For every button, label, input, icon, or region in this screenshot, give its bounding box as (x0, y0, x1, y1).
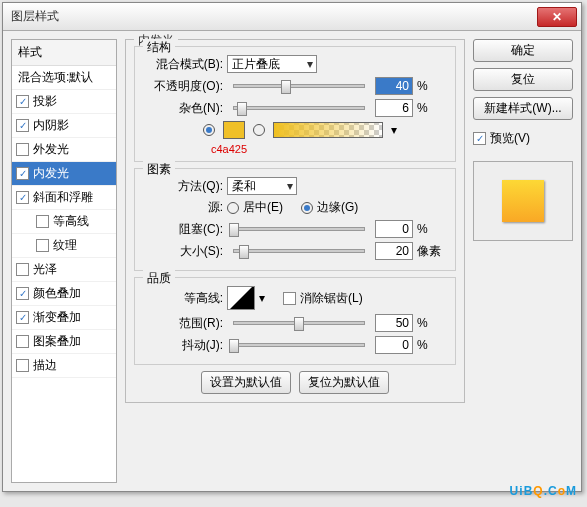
watermark: UiBQ.CoM (510, 475, 577, 501)
sidebar-checkbox[interactable] (16, 119, 29, 132)
preview-checkbox[interactable] (473, 132, 486, 145)
sidebar-item-3[interactable]: 内发光 (12, 162, 116, 186)
sidebar-blend-options[interactable]: 混合选项:默认 (12, 66, 116, 90)
sidebar-checkbox[interactable] (16, 359, 29, 372)
sidebar-item-5[interactable]: 等高线 (12, 210, 116, 234)
sidebar-checkbox[interactable] (16, 335, 29, 348)
antialias-checkbox[interactable] (283, 292, 296, 305)
method-label: 方法(Q): (143, 178, 223, 195)
range-label: 范围(R): (143, 315, 223, 332)
preview-label: 预览(V) (490, 130, 530, 147)
color-radio[interactable] (203, 124, 215, 136)
range-slider[interactable] (233, 321, 365, 325)
sidebar-item-label: 颜色叠加 (33, 285, 81, 302)
color-annotation: c4a425 (211, 143, 447, 155)
choke-input[interactable]: 0 (375, 220, 413, 238)
method-select[interactable]: 柔和 (227, 177, 297, 195)
size-input[interactable]: 20 (375, 242, 413, 260)
sidebar-checkbox[interactable] (16, 167, 29, 180)
layer-style-dialog: 图层样式 ✕ 样式 混合选项:默认 投影内阴影外发光内发光斜面和浮雕等高线纹理光… (2, 2, 582, 492)
opacity-input[interactable]: 40 (375, 77, 413, 95)
color-swatch[interactable] (223, 121, 245, 139)
right-column: 确定 复位 新建样式(W)... 预览(V) (473, 39, 573, 483)
inner-glow-panel: 内发光 结构 混合模式(B): 正片叠底 不透明度(O): 40 % (125, 39, 465, 403)
sidebar-item-label: 斜面和浮雕 (33, 189, 93, 206)
size-slider[interactable] (233, 249, 365, 253)
source-center-radio[interactable] (227, 202, 239, 214)
noise-label: 杂色(N): (143, 100, 223, 117)
sidebar-item-10[interactable]: 图案叠加 (12, 330, 116, 354)
blend-mode-select[interactable]: 正片叠底 (227, 55, 317, 73)
jitter-slider[interactable] (233, 343, 365, 347)
noise-slider[interactable] (233, 106, 365, 110)
sidebar-item-label: 描边 (33, 357, 57, 374)
set-default-button[interactable]: 设置为默认值 (201, 371, 291, 394)
sidebar-item-label: 内发光 (33, 165, 69, 182)
source-edge-radio[interactable] (301, 202, 313, 214)
new-style-button[interactable]: 新建样式(W)... (473, 97, 573, 120)
sidebar-checkbox[interactable] (16, 95, 29, 108)
sidebar-checkbox[interactable] (16, 143, 29, 156)
quality-title: 品质 (143, 270, 175, 287)
opacity-slider[interactable] (233, 84, 365, 88)
chevron-down-icon[interactable]: ▾ (391, 123, 397, 137)
sidebar-item-8[interactable]: 颜色叠加 (12, 282, 116, 306)
sidebar-item-label: 渐变叠加 (33, 309, 81, 326)
sidebar-checkbox[interactable] (16, 191, 29, 204)
choke-slider[interactable] (233, 227, 365, 231)
sidebar-checkbox[interactable] (16, 263, 29, 276)
sidebar-header: 样式 (12, 40, 116, 66)
cancel-button[interactable]: 复位 (473, 68, 573, 91)
sidebar-item-label: 投影 (33, 93, 57, 110)
sidebar-item-11[interactable]: 描边 (12, 354, 116, 378)
sidebar-item-1[interactable]: 内阴影 (12, 114, 116, 138)
source-edge-label: 边缘(G) (317, 199, 358, 216)
sidebar-item-label: 光泽 (33, 261, 57, 278)
sidebar-item-label: 内阴影 (33, 117, 69, 134)
sidebar-item-label: 图案叠加 (33, 333, 81, 350)
source-label: 源: (143, 199, 223, 216)
size-label: 大小(S): (143, 243, 223, 260)
sidebar-item-0[interactable]: 投影 (12, 90, 116, 114)
antialias-label: 消除锯齿(L) (300, 290, 363, 307)
choke-label: 阻塞(C): (143, 221, 223, 238)
structure-group: 结构 混合模式(B): 正片叠底 不透明度(O): 40 % 杂色(N) (134, 46, 456, 162)
sidebar-item-2[interactable]: 外发光 (12, 138, 116, 162)
sidebar-item-4[interactable]: 斜面和浮雕 (12, 186, 116, 210)
contour-picker[interactable] (227, 286, 255, 310)
blend-mode-label: 混合模式(B): (143, 56, 223, 73)
titlebar: 图层样式 ✕ (3, 3, 581, 31)
sidebar-checkbox[interactable] (36, 239, 49, 252)
chevron-down-icon[interactable]: ▾ (259, 291, 265, 305)
preview-swatch (502, 180, 544, 222)
reset-default-button[interactable]: 复位为默认值 (299, 371, 389, 394)
noise-unit: % (417, 101, 447, 115)
sidebar-item-6[interactable]: 纹理 (12, 234, 116, 258)
dialog-title: 图层样式 (7, 8, 537, 25)
gradient-swatch[interactable] (273, 122, 383, 138)
range-input[interactable]: 50 (375, 314, 413, 332)
close-button[interactable]: ✕ (537, 7, 577, 27)
sidebar-checkbox[interactable] (16, 287, 29, 300)
sidebar-checkbox[interactable] (36, 215, 49, 228)
range-unit: % (417, 316, 447, 330)
sidebar-checkbox[interactable] (16, 311, 29, 324)
jitter-unit: % (417, 338, 447, 352)
ok-button[interactable]: 确定 (473, 39, 573, 62)
sidebar-item-label: 等高线 (53, 213, 89, 230)
quality-group: 品质 等高线: ▾ 消除锯齿(L) 范围(R): 50 (134, 277, 456, 365)
jitter-input[interactable]: 0 (375, 336, 413, 354)
noise-input[interactable]: 6 (375, 99, 413, 117)
choke-unit: % (417, 222, 447, 236)
sidebar-item-9[interactable]: 渐变叠加 (12, 306, 116, 330)
elements-title: 图素 (143, 161, 175, 178)
gradient-radio[interactable] (253, 124, 265, 136)
main-area: 内发光 结构 混合模式(B): 正片叠底 不透明度(O): 40 % (125, 39, 573, 483)
source-center-label: 居中(E) (243, 199, 283, 216)
size-unit: 像素 (417, 243, 447, 260)
sidebar-item-7[interactable]: 光泽 (12, 258, 116, 282)
elements-group: 图素 方法(Q): 柔和 源: 居中(E) 边缘(G) (134, 168, 456, 271)
dialog-body: 样式 混合选项:默认 投影内阴影外发光内发光斜面和浮雕等高线纹理光泽颜色叠加渐变… (3, 31, 581, 491)
sidebar-item-label: 纹理 (53, 237, 77, 254)
contour-label: 等高线: (143, 290, 223, 307)
